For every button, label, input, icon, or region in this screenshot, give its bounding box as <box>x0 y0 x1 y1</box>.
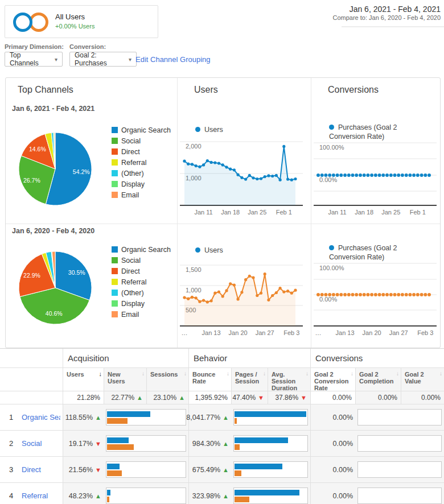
svg-text:Feb 3: Feb 3 <box>417 329 433 336</box>
legend-swatch-icon <box>112 181 118 187</box>
bar-2021 <box>235 464 282 469</box>
acquisition-comparison-bars <box>106 461 186 478</box>
legend-item-referral: Referral <box>112 276 171 287</box>
bounce-rate-delta-cell: 984.30%▲ <box>188 431 231 456</box>
column-header-bounce-rate[interactable]: Bounce Rate↓ <box>188 368 231 391</box>
legend-label: Organic Search <box>121 246 171 254</box>
goal-conversion-delta-cell: 0.00% <box>310 404 355 430</box>
behavior-comparison-bars <box>233 488 308 504</box>
table-group-header-row: AcquisitionBehaviorConversions <box>0 349 444 368</box>
legend-item-direct: Direct <box>112 266 171 276</box>
legend-item-organic-search: Organic Search <box>112 244 171 255</box>
divider <box>311 78 311 348</box>
delta-value: 0.00% <box>333 492 353 500</box>
pie-subtitle-2020: Jan 6, 2020 - Feb 4, 2020 <box>12 227 94 235</box>
legend-item-email: Email <box>112 309 171 320</box>
column-header-label: Users <box>67 371 84 378</box>
sort-arrow-icon: ↓ <box>396 370 399 377</box>
summary-value: 21.28% <box>77 394 100 402</box>
table-row: 2Social19.17%▼984.30%▲0.00% <box>0 431 444 457</box>
chevron-down-icon: ▾ <box>129 56 131 63</box>
delta-down-arrow-icon: ▼ <box>95 466 101 473</box>
divider <box>342 26 444 27</box>
delta-value: 0.00% <box>333 466 353 474</box>
legend-item-email: Email <box>112 189 171 200</box>
column-header-label: New Users <box>108 371 125 385</box>
svg-text:Jan 20: Jan 20 <box>363 329 381 336</box>
svg-text:100.00%: 100.00% <box>319 265 344 271</box>
delta-value: 19.17% <box>69 440 93 448</box>
column-header-users[interactable]: Users↓ <box>63 368 104 391</box>
svg-text:Jan 13: Jan 13 <box>202 329 221 336</box>
bar-2020 <box>235 418 237 424</box>
conversion-dropdown[interactable]: Goal 2: Purchases ▾ <box>69 52 137 67</box>
delta-value: 21.56% <box>69 466 93 474</box>
pie-chart-2021: 54.2%26.7%14.6% <box>15 129 95 209</box>
delta-up-arrow-icon: ▲ <box>179 394 185 401</box>
delta-up-arrow-icon: ▲ <box>95 414 101 421</box>
legend-label: Social <box>121 257 141 265</box>
svg-text:…: … <box>315 329 322 336</box>
segment-name: All Users <box>55 13 85 21</box>
legend-label: Referral <box>121 159 146 167</box>
legend-item-referral: Referral <box>112 157 171 168</box>
conversions-comparison-bars <box>357 461 442 478</box>
svg-text:22.9%: 22.9% <box>23 272 40 279</box>
column-header-goal-2-value[interactable]: Goal 2 Value↓ <box>401 368 444 391</box>
bar-2021 <box>235 437 288 443</box>
summary-cell: 0.00% <box>355 391 401 404</box>
channel-link[interactable]: Social <box>22 431 60 456</box>
summary-value: 47.40% <box>232 394 256 402</box>
sort-arrow-icon: ↓ <box>306 370 309 377</box>
legend-label: Direct <box>121 148 140 156</box>
svg-text:Jan 18: Jan 18 <box>221 209 240 216</box>
column-header-goal-2-completion[interactable]: Goal 2 Completion↓ <box>355 368 401 391</box>
table-row: 3Direct21.56%▼675.49%▲0.00% <box>0 457 444 483</box>
svg-text:40.6%: 40.6% <box>46 310 63 317</box>
bar-2020 <box>235 497 249 502</box>
summary-cell: 0.00% <box>310 391 355 404</box>
legend-item-direct: Direct <box>112 146 171 157</box>
delta-value: 323.98% <box>192 492 220 500</box>
bounce-rate-delta-cell: 323.98%▲ <box>188 483 231 504</box>
svg-text:…: … <box>182 329 188 336</box>
panel-title-top-channels: Top Channels <box>18 85 73 95</box>
bar-2020 <box>107 418 128 424</box>
segment-card[interactable]: All Users +0.00% Users <box>5 5 158 38</box>
channel-link[interactable]: Referral <box>22 483 60 504</box>
panel-title-conversions: Conversions <box>328 85 379 95</box>
date-range-selector[interactable]: Jan 6, 2021 - Feb 4, 2021 Compare to: Ja… <box>332 5 441 21</box>
date-range-compare: Compare to: Jan 6, 2020 - Feb 4, 2020 <box>332 14 441 21</box>
row-rank: 3 <box>9 457 13 482</box>
channel-link[interactable]: Organic Search <box>22 404 60 430</box>
legend-label: Email <box>121 191 139 199</box>
svg-text:14.6%: 14.6% <box>29 146 46 152</box>
column-header-sessions[interactable]: Sessions↓ <box>146 368 188 391</box>
delta-down-arrow-icon: ▼ <box>258 394 264 401</box>
column-header-new-users[interactable]: New Users↓ <box>104 368 146 391</box>
acquisition-comparison-bars <box>106 488 186 504</box>
group-header-conversions: Conversions <box>310 349 444 367</box>
summary-value: 37.86% <box>275 394 298 402</box>
column-header-pages-session[interactable]: Pages / Session↓ <box>231 368 268 391</box>
svg-text:Jan 11: Jan 11 <box>195 209 213 216</box>
channel-link[interactable]: Direct <box>22 457 60 482</box>
legend-label: Email <box>121 311 139 319</box>
conversion-label: Conversion: <box>69 43 106 50</box>
svg-text:Jan 11: Jan 11 <box>328 209 347 216</box>
primary-dimension-dropdown[interactable]: Top Channels ▾ <box>5 52 63 67</box>
column-header-avg-session-duration[interactable]: Avg. Session Duration↓ <box>268 368 310 391</box>
table-row: 1Organic Search118.55%▲8,041.77%▲0.00% <box>0 404 444 431</box>
legend-dot-icon <box>329 125 334 130</box>
table-row: 4Referral48.23%▲323.98%▲0.00% <box>0 483 444 504</box>
svg-text:54.2%: 54.2% <box>73 168 90 175</box>
svg-text:1,500: 1,500 <box>186 266 202 273</box>
acquisition-comparison-bars <box>106 409 186 425</box>
divider <box>6 224 440 224</box>
column-header-goal-2-conversion-rate[interactable]: Goal 2 Conversion Rate↓ <box>310 368 355 391</box>
bar-2021 <box>235 411 306 417</box>
edit-channel-grouping-link[interactable]: Edit Channel Grouping <box>135 55 211 64</box>
legend-swatch-icon <box>112 127 118 133</box>
sort-arrow-icon: ↓ <box>142 370 145 377</box>
svg-text:Feb 1: Feb 1 <box>276 209 292 216</box>
